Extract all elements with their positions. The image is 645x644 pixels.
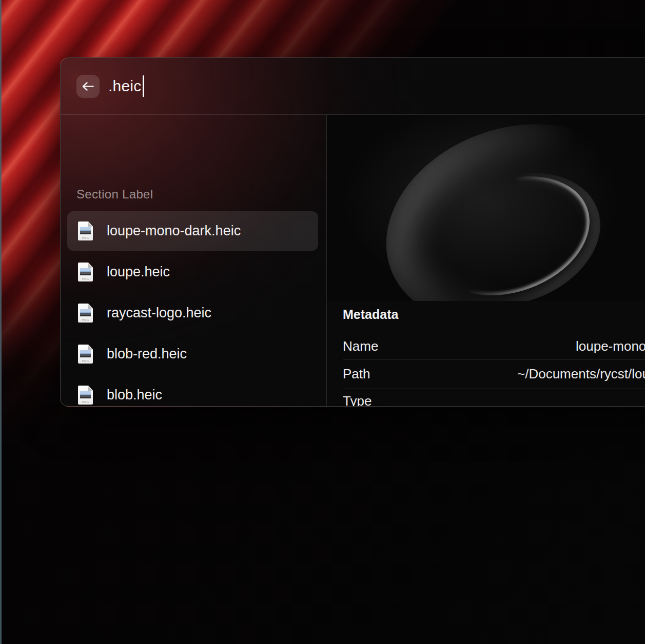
png-file-icon: PNG [78, 263, 93, 281]
image-preview [327, 115, 645, 301]
text-caret [143, 75, 144, 97]
metadata-section: Metadata Name loupe-mono-dark.heic Path … [343, 301, 645, 407]
file-icon-thumbnail [80, 227, 91, 234]
metadata-row-path: Path ~/Documents/rycst/loupe-mono-dark.h… [343, 359, 645, 389]
file-icon-thumbnail [80, 309, 91, 316]
search-query-text: .heic [108, 77, 141, 95]
left-arrow-icon [82, 82, 94, 91]
png-file-icon: PNG [78, 345, 93, 364]
file-icon-type-label: PNG [78, 318, 93, 321]
metadata-title: Metadata [343, 307, 645, 322]
section-label: Section Label [76, 187, 153, 202]
list-item-blob[interactable]: PNG blob.heic [67, 375, 318, 407]
screen-left-edge-strip [0, 0, 2, 644]
list-item-loupe[interactable]: PNG loupe.heic [67, 252, 318, 292]
file-icon-thumbnail [80, 350, 91, 357]
metadata-row-type: Type [343, 389, 645, 407]
metadata-row-name: Name loupe-mono-dark.heic [343, 333, 645, 359]
results-panel: Section Label PNG loupe-mono-dark.heic P… [61, 115, 326, 406]
search-input[interactable]: .heic [108, 58, 144, 114]
file-icon-type-label: PNG [78, 277, 93, 280]
metadata-label: Type [343, 393, 372, 407]
file-name: raycast-logo.heic [107, 305, 211, 321]
file-name: blob-red.heic [107, 346, 187, 362]
metadata-value: loupe-mono-dark.heic [576, 333, 645, 359]
png-file-icon: PNG [78, 386, 93, 405]
file-icon-type-label: PNG [78, 236, 93, 239]
file-name: loupe.heic [107, 264, 170, 280]
metadata-value: ~/Documents/rycst/loupe-mono-dark.heic [517, 359, 645, 389]
png-file-icon: PNG [78, 304, 93, 323]
file-icon-fold [88, 263, 93, 268]
file-icon-fold [88, 304, 93, 309]
file-icon-thumbnail [80, 391, 91, 398]
file-icon-fold [88, 222, 93, 227]
png-file-icon: PNG [78, 222, 93, 240]
file-icon-fold [88, 345, 93, 350]
list-item-raycast-logo[interactable]: PNG raycast-logo.heic [67, 293, 318, 333]
metadata-label: Path [343, 366, 370, 381]
file-name: loupe-mono-dark.heic [107, 223, 241, 239]
back-button[interactable] [76, 75, 100, 98]
list-item-loupe-mono-dark[interactable]: PNG loupe-mono-dark.heic [67, 211, 318, 251]
launcher-window: .heic Section Label PNG loupe-mono-dark.… [60, 57, 645, 407]
file-icon-thumbnail [80, 268, 91, 275]
file-icon-type-label: PNG [78, 400, 93, 404]
list-item-blob-red[interactable]: PNG blob-red.heic [67, 334, 318, 374]
metadata-label: Name [343, 338, 378, 354]
search-bar: .heic [61, 58, 645, 114]
file-name: blob.heic [107, 387, 162, 403]
detail-panel: Metadata Name loupe-mono-dark.heic Path … [327, 115, 645, 406]
file-icon-fold [88, 386, 93, 391]
file-icon-type-label: PNG [78, 359, 93, 363]
result-list: PNG loupe-mono-dark.heic PNG loupe.heic [67, 211, 318, 407]
